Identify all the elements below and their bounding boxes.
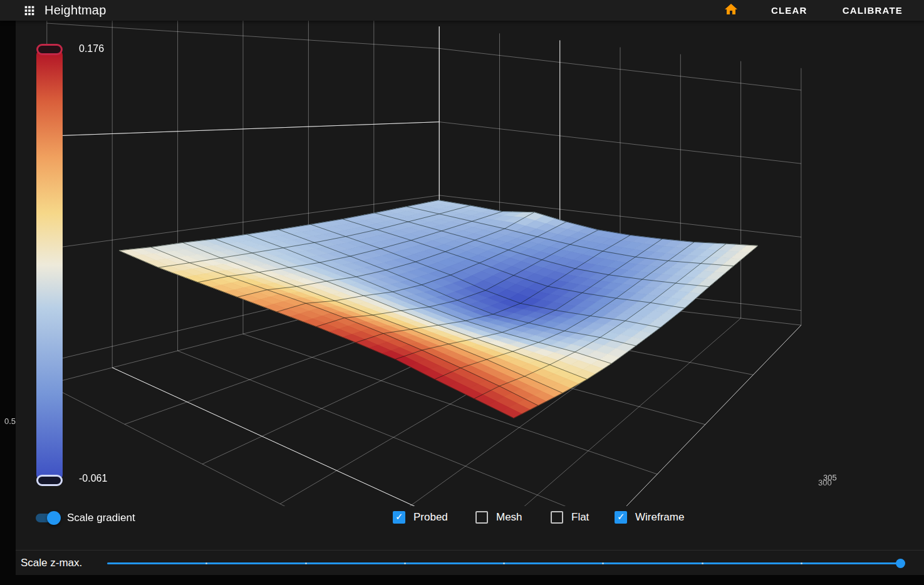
calibrate-button[interactable]: CALIBRATE xyxy=(839,3,906,18)
slider-tick xyxy=(801,562,802,564)
grid-icon xyxy=(23,4,36,18)
mesh-checkbox-group[interactable]: Mesh xyxy=(475,511,522,524)
colorbar xyxy=(36,44,63,486)
page-title: Heightmap xyxy=(44,3,106,18)
clear-button[interactable]: CLEAR xyxy=(767,3,811,18)
probed-checkbox[interactable] xyxy=(393,511,405,524)
flat-checkbox-group[interactable]: Flat xyxy=(551,511,589,524)
topbar: Heightmap CLEAR CALIBRATE xyxy=(0,0,924,21)
switch-thumb xyxy=(47,511,61,525)
colorbar-min-handle[interactable] xyxy=(36,475,63,486)
heightmap-3d-plot[interactable] xyxy=(16,21,924,506)
topbar-actions: CLEAR CALIBRATE xyxy=(722,1,924,20)
slider-tick xyxy=(503,562,505,564)
mesh-label: Mesh xyxy=(496,511,522,524)
slider-tick xyxy=(602,562,604,564)
wireframe-label: Wireframe xyxy=(635,511,684,524)
slider-tick xyxy=(404,562,406,564)
flat-label: Flat xyxy=(571,511,589,524)
x-axis-tick-label: 300 xyxy=(818,478,832,487)
topbar-title-group: Heightmap xyxy=(0,3,106,18)
slider-tick xyxy=(702,562,703,564)
wireframe-checkbox[interactable] xyxy=(615,511,627,524)
scale-zmax-slider[interactable] xyxy=(107,558,900,568)
colorbar-min-label: -0.061 xyxy=(79,473,107,484)
colorbar-max-handle[interactable] xyxy=(36,44,63,55)
slider-tick xyxy=(305,562,307,564)
flat-checkbox[interactable] xyxy=(551,511,563,524)
scale-zmax-label: Scale z-max. xyxy=(21,557,101,569)
mesh-checkbox[interactable] xyxy=(475,511,488,524)
scale-gradient-label: Scale gradient xyxy=(67,512,135,524)
wireframe-checkbox-group[interactable]: Wireframe xyxy=(615,511,684,524)
colorbar-max-label: 0.176 xyxy=(79,43,104,54)
home-icon xyxy=(724,2,739,19)
probed-label: Probed xyxy=(413,511,448,524)
z-axis-tick-label: 0.5 xyxy=(4,417,16,426)
colorbar-gradient xyxy=(36,50,63,480)
home-button[interactable] xyxy=(722,1,740,20)
scale-zmax-row: Scale z-max. xyxy=(16,550,924,575)
heightmap-card: 0.176 -0.061 0.5 305 300 Scale gradient … xyxy=(16,21,924,575)
slider-tick xyxy=(205,562,207,564)
slider-thumb[interactable] xyxy=(896,559,905,568)
probed-checkbox-group[interactable]: Probed xyxy=(393,511,448,524)
scale-gradient-switch[interactable] xyxy=(33,511,61,525)
display-options-row: Scale gradient Probed Mesh Flat Wirefram… xyxy=(16,506,924,550)
scale-gradient-toggle-group[interactable]: Scale gradient xyxy=(33,511,135,525)
